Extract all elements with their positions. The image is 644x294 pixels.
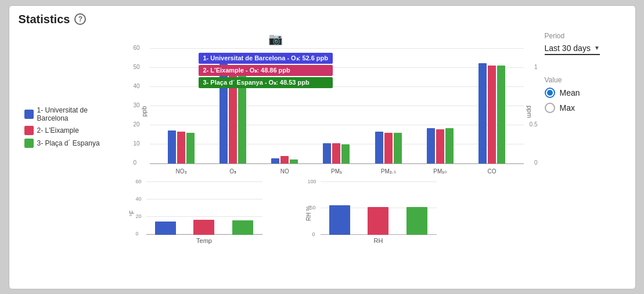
legend-color-2 [24,139,34,148]
grid-label-right-05: 0.5 [530,121,538,128]
bar-group-PM₂.₅: PM₂.₅ [375,132,402,164]
value-section: Value Mean Max [545,76,626,118]
legend-label-1: 2- L'Eixample [37,126,79,135]
bar-group-label-PM₁: PM₁ [331,168,342,175]
rh-bar-0 [329,205,350,235]
rh-label-0: 0 [312,231,315,237]
camera-icon[interactable]: 📷 [268,32,283,45]
rh-label-50: 50 [310,205,316,210]
sidebar: Period Last 30 days ▼ Value Mean [533,32,626,245]
temp-chart: °F 60 40 20 0 Temp [146,182,262,245]
mean-radio-dot [547,90,553,96]
bar-NO₂-2 [186,133,195,164]
rh-label-100: 100 [308,179,316,184]
bar-CO-2 [497,66,505,164]
legend-color-0 [24,110,34,119]
bar-NO₂-1 [177,132,185,164]
temp-label-20: 20 [136,213,142,219]
header: Statistics ? [19,13,626,26]
bar-PM₁₀-1 [436,129,444,164]
mean-radio[interactable]: Mean [545,88,626,98]
legend-label-2: 3- Plaça d´ Espanya [37,139,100,147]
bar-group-label-PM₁₀: PM₁₀ [433,168,447,175]
temp-bars [146,182,262,235]
bar-NO₂-0 [168,130,176,164]
bar-group-label-CO: CO [487,168,496,175]
bar-group-NO: NO [271,156,298,164]
tooltip-item-0: 1- Universitat de Barcelona - O₃: 52.6 p… [199,53,333,64]
x-axis-line [150,164,524,164]
grid-label-60: 60 [134,45,140,51]
legend-color-1 [24,126,34,135]
bar-group-label-NO₂: NO₂ [176,168,187,175]
tooltip-item-1: 2- L'Eixample - O₃: 48.86 ppb [199,65,333,76]
grid-label-50: 50 [134,64,140,70]
bar-CO-1 [488,66,496,164]
legend-item-2: 3- Plaça d´ Espanya [24,139,117,148]
bar-group-label-PM₂.₅: PM₂.₅ [381,168,396,175]
grid-label-40: 40 [134,83,140,89]
bar-group-CO: CO [478,63,505,164]
mean-radio-circle [545,88,555,98]
grid-label-right-0: 0 [534,159,538,166]
chart-area: 📷 1- Universitat de Barcelona 2- L'Eixam… [19,32,533,245]
dropdown-arrow-icon: ▼ [594,45,600,51]
bar-group-PM₁: PM₁ [323,143,350,164]
page-title: Statistics [19,13,70,26]
help-icon[interactable]: ? [74,13,86,25]
max-radio[interactable]: Max [545,103,626,113]
bar-CO-0 [478,63,487,164]
temp-bar-1 [193,220,214,235]
main-chart-wrapper: 1- Universitat de Barcelona - O₃: 52.6 p… [123,48,533,176]
main-layout: 📷 1- Universitat de Barcelona 2- L'Eixam… [19,32,626,245]
max-label: Max [560,103,575,112]
bar-PM₁-1 [332,143,340,164]
rh-x-label: RH [374,237,383,244]
y-axis-label-ppb: ppb [141,106,147,117]
tooltip: 1- Universitat de Barcelona - O₃: 52.6 p… [199,53,333,88]
camera-row: 📷 [19,32,533,46]
bar-group-NO₂: NO₂ [168,130,195,164]
bar-PM₂.₅-1 [384,133,393,164]
bar-group-label-O₃: O₃ [229,168,236,175]
temp-label-0: 0 [136,231,139,237]
rh-chart: RH % 100 50 0 RH [321,182,437,245]
period-section: Period Last 30 days ▼ [545,32,626,55]
legend-label-0: 1- Universitat de Barcelona [37,106,117,122]
period-label: Period [545,32,626,40]
y-axis-label-ppm: ppm [526,106,533,118]
legend: 1- Universitat de Barcelona 2- L'Eixampl… [19,48,117,148]
temp-label-60: 60 [136,179,142,184]
max-radio-circle [545,103,555,113]
rh-bar-2 [406,207,427,235]
temp-bar-2 [232,220,253,235]
chart-legend-row: 1- Universitat de Barcelona 2- L'Eixampl… [19,48,533,176]
bar-PM₁-2 [341,144,350,164]
value-label: Value [545,76,626,84]
bar-PM₂.₅-0 [375,132,383,164]
grid-label-10: 10 [134,140,140,147]
grid-label-right-1: 1 [534,64,538,70]
bar-group-label-NO: NO [280,168,289,175]
statistics-card: Statistics ? 📷 1- Universitat de Barcelo… [9,5,636,289]
rh-bars [321,182,437,235]
temp-label-40: 40 [136,196,142,202]
temp-bar-0 [155,222,176,235]
temp-y-label: °F [128,210,135,216]
grid-label-0: 0 [134,159,137,166]
bar-group-PM₁₀: PM₁₀ [427,128,454,164]
grid-label-20: 20 [134,121,140,128]
legend-item-1: 2- L'Eixample [24,126,117,135]
tooltip-item-2: 3- Plaça d´ Espanya - O₃: 48.53 ppb [199,77,333,88]
temp-x-label: Temp [196,237,212,244]
bottom-charts: °F 60 40 20 0 Temp [135,182,533,245]
period-select[interactable]: Last 30 days ▼ [545,43,600,55]
bar-PM₁₀-0 [427,128,435,164]
bar-PM₂.₅-2 [394,133,402,164]
grid-label-30: 30 [134,102,140,108]
bar-NO-1 [280,156,289,164]
bar-PM₁₀-2 [445,128,454,164]
bar-PM₁-0 [323,143,331,164]
legend-item-0: 1- Universitat de Barcelona [24,106,117,122]
mean-label: Mean [560,88,580,97]
